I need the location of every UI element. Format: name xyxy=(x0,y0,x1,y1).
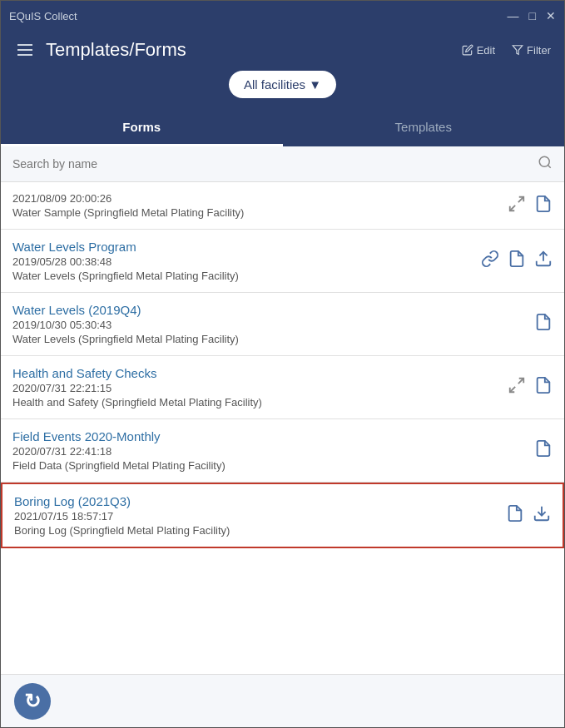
item-sub: Water Sample (Springfield Metal Plating … xyxy=(12,206,508,219)
item-date: 2020/07/31 22:41:18 xyxy=(12,445,534,458)
item-actions xyxy=(534,313,553,335)
list-item[interactable]: Water Levels Program 2019/05/28 00:38:48… xyxy=(1,230,564,293)
search-icon xyxy=(538,155,553,173)
tab-forms[interactable]: Forms xyxy=(1,110,283,146)
close-button[interactable]: ✕ xyxy=(546,10,556,22)
filter-button[interactable]: Filter xyxy=(512,44,551,57)
expand-icon[interactable] xyxy=(508,376,526,399)
footer: ↻ xyxy=(1,674,564,727)
list-item-content: Water Levels Program 2019/05/28 00:38:48… xyxy=(12,240,481,282)
refresh-icon: ↻ xyxy=(24,690,41,713)
search-bar xyxy=(1,146,564,182)
list-item-content: Health and Safety Checks 2020/07/31 22:2… xyxy=(12,366,508,409)
item-sub: Water Levels (Springfield Metal Plating … xyxy=(12,333,534,345)
item-date: 2019/10/30 05:30:43 xyxy=(12,319,534,331)
edit-icon xyxy=(462,44,473,56)
document-icon[interactable] xyxy=(534,313,553,335)
facilities-label: All facilities xyxy=(244,77,305,92)
item-actions xyxy=(506,504,551,527)
minimize-button[interactable]: — xyxy=(508,10,519,22)
item-sub: Water Levels (Springfield Metal Plating … xyxy=(12,270,481,282)
facilities-row: All facilities ▼ xyxy=(14,71,551,110)
titlebar: EQuIS Collect — □ ✕ xyxy=(1,1,564,31)
item-title: Field Events 2020-Monthly xyxy=(12,429,534,443)
facilities-button[interactable]: All facilities ▼ xyxy=(229,71,336,98)
item-sub: Health and Safety (Springfield Metal Pla… xyxy=(12,396,508,409)
app-window: EQuIS Collect — □ ✕ Templates/Forms Edit xyxy=(0,0,565,728)
svg-line-7 xyxy=(510,387,515,392)
forms-list: 2021/08/09 20:00:26 Water Sample (Spring… xyxy=(1,182,564,674)
header: Templates/Forms Edit Filter All faciliti… xyxy=(1,31,564,110)
item-date: 2019/05/28 00:38:48 xyxy=(12,255,481,268)
item-date: 2020/07/31 22:21:15 xyxy=(12,382,508,394)
document-icon[interactable] xyxy=(534,376,553,399)
app-title: EQuIS Collect xyxy=(9,10,77,22)
document-icon[interactable] xyxy=(508,250,526,272)
titlebar-left: EQuIS Collect xyxy=(9,10,77,22)
upload-icon[interactable] xyxy=(534,250,553,272)
svg-line-2 xyxy=(548,165,550,167)
filter-label: Filter xyxy=(527,44,551,57)
svg-line-6 xyxy=(518,379,523,384)
list-item-highlighted[interactable]: Boring Log (2021Q3) 2021/07/15 18:57:17 … xyxy=(1,483,564,548)
header-actions: Edit Filter xyxy=(462,44,551,57)
svg-marker-0 xyxy=(513,46,523,55)
edit-button[interactable]: Edit xyxy=(462,44,495,57)
svg-point-1 xyxy=(539,156,549,166)
maximize-button[interactable]: □ xyxy=(529,10,536,22)
list-item[interactable]: Field Events 2020-Monthly 2020/07/31 22:… xyxy=(1,419,564,483)
filter-icon xyxy=(512,44,523,56)
link-icon[interactable] xyxy=(481,250,499,272)
tab-templates[interactable]: Templates xyxy=(283,110,565,146)
item-actions xyxy=(508,195,553,217)
item-date: 2021/08/09 20:00:26 xyxy=(12,192,508,205)
refresh-button[interactable]: ↻ xyxy=(14,683,51,720)
document-icon[interactable] xyxy=(534,195,553,217)
list-item[interactable]: Water Levels (2019Q4) 2019/10/30 05:30:4… xyxy=(1,293,564,356)
hamburger-menu[interactable] xyxy=(14,41,36,59)
item-actions xyxy=(508,376,553,399)
item-sub: Field Data (Springfield Metal Plating Fa… xyxy=(12,459,534,472)
item-actions xyxy=(534,439,553,462)
document-icon[interactable] xyxy=(506,504,524,527)
item-title: Water Levels Program xyxy=(12,240,481,254)
svg-line-4 xyxy=(510,205,515,210)
item-title: Water Levels (2019Q4) xyxy=(12,303,534,317)
item-title: Health and Safety Checks xyxy=(12,366,508,380)
list-item-content: Water Levels (2019Q4) 2019/10/30 05:30:4… xyxy=(12,303,534,345)
item-actions xyxy=(481,250,553,272)
search-input[interactable] xyxy=(12,157,538,171)
edit-label: Edit xyxy=(477,44,495,57)
dropdown-arrow-icon: ▼ xyxy=(309,77,321,92)
document-icon[interactable] xyxy=(534,439,553,462)
tabs: Forms Templates xyxy=(1,110,564,146)
item-sub: Boring Log (Springfield Metal Plating Fa… xyxy=(14,524,506,537)
header-title-row: Templates/Forms xyxy=(14,39,186,61)
item-title: Boring Log (2021Q3) xyxy=(14,494,506,508)
list-item-content: 2021/08/09 20:00:26 Water Sample (Spring… xyxy=(12,192,508,219)
download-icon[interactable] xyxy=(533,504,551,527)
list-item-content: Boring Log (2021Q3) 2021/07/15 18:57:17 … xyxy=(14,494,506,537)
expand-icon[interactable] xyxy=(508,195,526,217)
header-top: Templates/Forms Edit Filter xyxy=(14,39,551,61)
svg-line-3 xyxy=(518,196,523,201)
list-item[interactable]: 2021/08/09 20:00:26 Water Sample (Spring… xyxy=(1,182,564,230)
list-item-content: Field Events 2020-Monthly 2020/07/31 22:… xyxy=(12,429,534,472)
item-date: 2021/07/15 18:57:17 xyxy=(14,510,506,522)
titlebar-controls: — □ ✕ xyxy=(508,10,556,22)
list-item[interactable]: Health and Safety Checks 2020/07/31 22:2… xyxy=(1,356,564,419)
page-title: Templates/Forms xyxy=(46,39,186,61)
